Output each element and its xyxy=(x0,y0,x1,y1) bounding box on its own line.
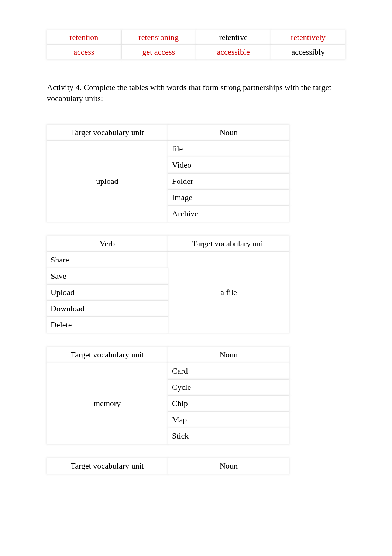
table-row: Share a file xyxy=(47,252,289,268)
table-header-right: Target vocabulary unit xyxy=(168,236,289,251)
verb-cell: Delete xyxy=(47,317,168,333)
collocation-table-2: Verb Target vocabulary unit Share a file… xyxy=(46,235,290,333)
page: retention retensioning retentive retenti… xyxy=(0,0,392,556)
word-text: get access xyxy=(142,47,175,56)
table-row: upload file xyxy=(47,141,289,157)
verb-cell: Download xyxy=(47,301,168,316)
table-header-row: Verb Target vocabulary unit xyxy=(47,236,289,251)
noun-cell: Cycle xyxy=(168,380,289,395)
table-header-right: Noun xyxy=(168,347,289,363)
table-header-left: Target vocabulary unit xyxy=(47,347,168,363)
table-header-row: Target vocabulary unit Noun xyxy=(47,458,289,474)
verb-cell: Upload xyxy=(47,285,168,300)
word-forms-table: retention retensioning retentive retenti… xyxy=(46,30,346,60)
word-cell: retention xyxy=(47,30,121,44)
noun-cell: Image xyxy=(168,190,289,205)
table-header-left: Target vocabulary unit xyxy=(47,125,168,140)
table-header-left: Verb xyxy=(47,236,168,251)
word-cell: get access xyxy=(122,45,196,59)
verb-cell: Share xyxy=(47,252,168,268)
noun-cell: Chip xyxy=(168,396,289,411)
target-unit-cell: a file xyxy=(168,252,289,333)
table-row: memory Card xyxy=(47,363,289,379)
table-row: retention retensioning retentive retenti… xyxy=(47,30,345,44)
noun-cell: Video xyxy=(168,157,289,173)
collocation-table-3: Target vocabulary unit Noun memory Card … xyxy=(46,346,290,445)
word-text: retensioning xyxy=(138,32,179,42)
collocation-table-1: Target vocabulary unit Noun upload file … xyxy=(46,124,290,222)
noun-cell: Card xyxy=(168,363,289,379)
table-row: access get access accessible accessibly xyxy=(47,45,345,59)
word-text: accessible xyxy=(217,47,250,56)
noun-cell: file xyxy=(168,141,289,157)
noun-cell: Stick xyxy=(168,428,289,444)
page-edge-fade xyxy=(0,0,4,556)
word-cell: retentive xyxy=(196,30,271,44)
word-cell: accessibly xyxy=(271,45,345,59)
word-text: retentive xyxy=(219,32,248,42)
table-header-row: Target vocabulary unit Noun xyxy=(47,347,289,363)
table-header-left: Target vocabulary unit xyxy=(47,458,168,474)
collocation-table-4: Target vocabulary unit Noun xyxy=(46,457,290,474)
target-unit-cell: memory xyxy=(47,363,168,444)
word-text: retentively xyxy=(291,32,326,42)
table-header-right: Noun xyxy=(168,458,289,474)
word-text: access xyxy=(73,47,94,56)
table-header-row: Target vocabulary unit Noun xyxy=(47,125,289,140)
noun-cell: Folder xyxy=(168,174,289,189)
word-cell: accessible xyxy=(196,45,271,59)
word-cell: access xyxy=(47,45,121,59)
verb-cell: Save xyxy=(47,268,168,284)
word-cell: retentively xyxy=(271,30,345,44)
activity-instruction: Activity 4. Complete the tables with wor… xyxy=(47,82,346,104)
noun-cell: Map xyxy=(168,412,289,428)
noun-cell: Archive xyxy=(168,206,289,222)
target-unit-cell: upload xyxy=(47,141,168,222)
word-cell: retensioning xyxy=(122,30,196,44)
word-text: accessibly xyxy=(292,47,325,56)
word-text: retention xyxy=(69,32,98,42)
table-header-right: Noun xyxy=(168,125,289,140)
